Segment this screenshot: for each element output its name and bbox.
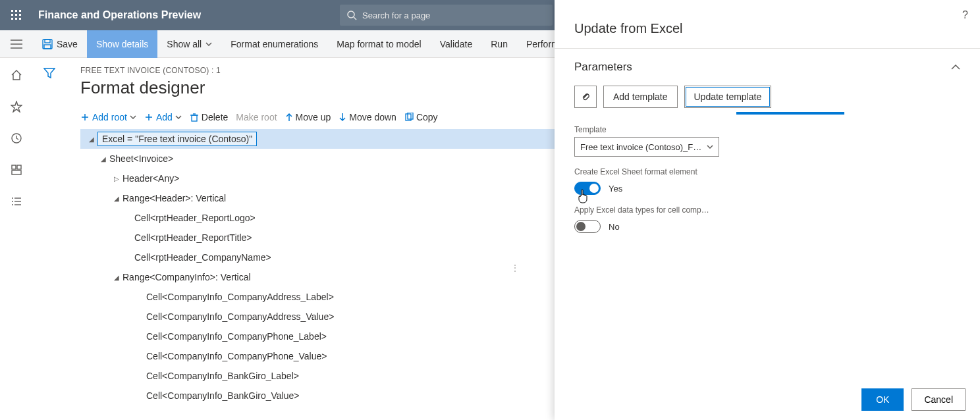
modules-icon[interactable] xyxy=(5,190,28,213)
left-rail xyxy=(0,58,33,420)
help-icon[interactable]: ? xyxy=(962,9,968,21)
update-from-excel-panel: ? Update from Excel Parameters Add templ… xyxy=(555,0,980,420)
favorites-icon[interactable] xyxy=(5,95,28,118)
show-all-button[interactable]: Show all xyxy=(157,30,221,58)
chevron-down-icon xyxy=(707,145,713,149)
svg-rect-5 xyxy=(19,14,21,16)
recent-icon[interactable] xyxy=(5,126,28,150)
arrow-up-icon xyxy=(285,113,293,122)
funnel-icon[interactable] xyxy=(43,67,55,420)
tree-label: Cell<CompanyInfo_BankGiro_Label> xyxy=(146,371,299,381)
svg-rect-15 xyxy=(45,39,50,43)
filter-column xyxy=(33,58,66,420)
arrow-down-icon xyxy=(339,113,346,122)
make-root-button: Make root xyxy=(236,112,277,122)
show-all-label: Show all xyxy=(167,39,202,49)
create-sheet-toggle[interactable] xyxy=(574,182,601,195)
move-up-button[interactable]: Move up xyxy=(285,112,331,122)
plus-icon xyxy=(144,113,153,122)
hamburger-icon[interactable] xyxy=(0,30,33,58)
svg-rect-2 xyxy=(19,10,21,12)
show-details-button[interactable]: Show details xyxy=(87,30,157,58)
ok-button[interactable]: OK xyxy=(861,388,904,411)
template-field: Template Free text invoice (Contoso)_F… xyxy=(574,125,960,157)
svg-point-9 xyxy=(348,11,354,18)
tree-label: Header<Any> xyxy=(122,173,179,184)
search-placeholder: Search for a page xyxy=(362,11,430,20)
delete-button[interactable]: Delete xyxy=(190,112,228,122)
cancel-button[interactable]: Cancel xyxy=(912,388,966,411)
apply-types-field: Apply Excel data types for cell comp… No xyxy=(574,205,960,233)
svg-rect-3 xyxy=(11,14,13,16)
copy-label: Copy xyxy=(416,112,438,122)
format-enumerations-button[interactable]: Format enumerations xyxy=(221,30,327,58)
svg-rect-1 xyxy=(15,10,17,12)
toggle-knob xyxy=(589,184,599,193)
template-value: Free text invoice (Contoso)_F… xyxy=(580,142,701,152)
chevron-down-icon xyxy=(175,115,182,119)
plus-icon xyxy=(80,113,90,122)
field-label: Create Excel Sheet format element xyxy=(574,167,960,176)
run-button[interactable]: Run xyxy=(481,30,517,58)
splitter-handle[interactable]: ⋮ xyxy=(511,263,519,273)
svg-rect-8 xyxy=(19,18,21,20)
home-icon[interactable] xyxy=(5,63,28,87)
svg-rect-7 xyxy=(15,18,17,20)
add-root-label: Add root xyxy=(92,112,127,122)
expander-icon[interactable]: ◢ xyxy=(111,195,122,202)
search-box[interactable]: Search for a page xyxy=(340,5,553,26)
tree-label: Cell<rptHeader_CompanyName> xyxy=(134,252,271,263)
template-select[interactable]: Free text invoice (Contoso)_F… xyxy=(574,137,719,157)
parameters-header[interactable]: Parameters xyxy=(574,61,960,74)
tree-label: Excel = "Free text invoice (Contoso)" xyxy=(97,132,257,146)
waffle-icon[interactable] xyxy=(0,0,33,30)
svg-rect-19 xyxy=(17,165,21,169)
expander-icon[interactable]: ◢ xyxy=(111,274,122,281)
tree-label: Range<Header>: Vertical xyxy=(122,193,226,203)
apply-types-toggle[interactable] xyxy=(574,220,601,233)
accent-underline xyxy=(736,112,844,115)
move-down-label: Move down xyxy=(349,112,396,122)
save-button[interactable]: Save xyxy=(33,30,87,58)
add-template-button[interactable]: Add template xyxy=(603,86,678,108)
delete-label: Delete xyxy=(202,112,228,122)
update-template-button[interactable]: Update template xyxy=(684,86,772,108)
field-label: Template xyxy=(574,125,960,134)
validate-button[interactable]: Validate xyxy=(431,30,482,58)
create-sheet-field: Create Excel Sheet format element Yes xyxy=(574,167,960,195)
tree-label: Cell<CompanyInfo_CompanyAddress_Label> xyxy=(146,292,334,302)
svg-rect-0 xyxy=(11,10,13,12)
toggle-status: Yes xyxy=(609,184,622,194)
tree-label: Cell<CompanyInfo_CompanyPhone_Label> xyxy=(146,331,327,342)
svg-rect-16 xyxy=(44,45,51,49)
copy-button[interactable]: Copy xyxy=(404,112,438,122)
expander-icon[interactable]: ▷ xyxy=(111,175,122,182)
tree-label: Range<CompanyInfo>: Vertical xyxy=(122,272,251,282)
chevron-up-icon xyxy=(951,65,960,70)
toggle-status: No xyxy=(609,222,620,232)
chevron-down-icon xyxy=(130,115,136,119)
trash-icon xyxy=(190,113,199,122)
copy-icon xyxy=(404,113,414,122)
attachment-button[interactable] xyxy=(574,86,597,108)
app-title: Finance and Operations Preview xyxy=(33,9,201,21)
tree-label: Cell<rptHeader_ReportTitle> xyxy=(134,232,252,243)
workspaces-icon[interactable] xyxy=(5,158,28,182)
svg-rect-18 xyxy=(12,165,16,169)
search-icon xyxy=(346,10,357,20)
expander-icon[interactable]: ◢ xyxy=(97,155,109,163)
panel-body: Parameters Add template Update template … xyxy=(555,49,980,379)
add-button[interactable]: Add xyxy=(144,112,182,122)
template-buttons: Add template Update template xyxy=(574,86,960,108)
add-root-button[interactable]: Add root xyxy=(80,112,136,122)
tree-label: Cell<CompanyInfo_CompanyPhone_Value> xyxy=(146,351,327,361)
svg-rect-6 xyxy=(11,18,13,20)
floppy-icon xyxy=(42,39,53,49)
move-down-button[interactable]: Move down xyxy=(339,112,396,122)
field-label: Apply Excel data types for cell comp… xyxy=(574,205,960,215)
save-label: Save xyxy=(57,39,78,49)
map-format-button[interactable]: Map format to model xyxy=(327,30,430,58)
expander-icon[interactable]: ◢ xyxy=(86,136,97,143)
svg-rect-20 xyxy=(12,171,21,174)
toggle-knob xyxy=(576,222,585,231)
